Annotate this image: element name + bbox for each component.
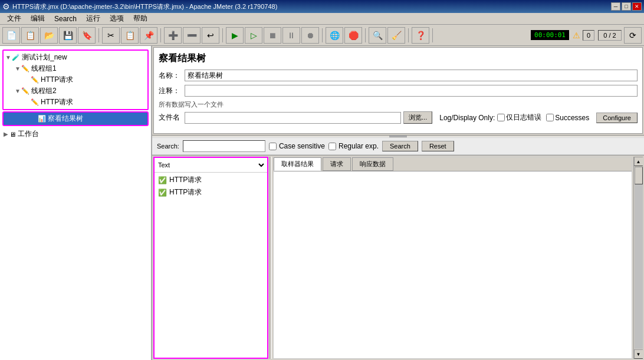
content-area: 察看结果树 名称： 注释： 所有数据写入一个文件 文件名 浏览... Log/D…	[153, 47, 643, 134]
tree-thread2-label: 线程组2	[31, 86, 57, 96]
errors-only-check-label: 仅日志错误	[497, 113, 541, 123]
expand-button[interactable]: ➕	[164, 27, 182, 44]
log-display-label: Log/Display Only:	[439, 114, 495, 122]
timer-display: 00:00:01	[531, 30, 569, 40]
http-icon: ✏️	[31, 76, 39, 84]
list-item-0[interactable]: ✅ HTTP请求	[156, 174, 266, 186]
toolbar: 📄 📋 📂 💾 🔖 ✂ 📋 📌 ➕ ➖ ↩ ▶ ▷ ⏹ ⏸ ⏺ 🌐 🛑 🔍 🧹 …	[0, 25, 644, 46]
reset-button[interactable]: Reset	[422, 141, 454, 151]
menu-help[interactable]: 帮助	[129, 12, 152, 25]
result-tabs: 取样器结果 请求 响应数据	[274, 157, 632, 171]
tree-http1-label: HTTP请求	[41, 75, 73, 85]
configure-button[interactable]: Configure	[596, 113, 638, 123]
main-layout: ▼ 🧪 测试计划_new ▼ ✏️ 线程组1 ✏️ HTTP请求 ▼ ✏️ 线程…	[0, 46, 644, 360]
menu-file[interactable]: 文件	[2, 12, 26, 25]
stop-button[interactable]: ⏹	[264, 27, 281, 44]
toolbar-separator-1	[98, 28, 99, 42]
file-section: 所有数据写入一个文件 文件名 浏览... Log/Display Only: 仅…	[159, 100, 638, 124]
case-sensitive-checkbox[interactable]	[269, 143, 277, 150]
regex-label: Regular exp.	[328, 142, 379, 150]
menu-run[interactable]: 运行	[81, 12, 105, 25]
toolbar-separator-2	[160, 28, 161, 42]
expand-icon-2: ▼	[14, 65, 21, 72]
search-icon-btn[interactable]: 🔍	[369, 27, 386, 44]
paste-button[interactable]: 📌	[140, 27, 157, 44]
scroll-track	[635, 167, 643, 349]
scroll-thumb[interactable]	[635, 167, 643, 184]
tree-item-result-tree[interactable]: 📊 察看结果树	[2, 111, 149, 126]
name-label: 名称：	[159, 71, 182, 81]
save-service-button[interactable]: 🔖	[78, 27, 96, 44]
search-row: Search: Case sensitive Regular exp. Sear…	[152, 137, 644, 155]
successes-check-label: Successes	[546, 114, 589, 122]
regex-checkbox[interactable]	[328, 143, 336, 150]
toolbar-separator-7	[432, 28, 433, 42]
cut-button[interactable]: ✂	[102, 27, 120, 44]
list-items: ✅ HTTP请求 ✅ HTTP请求	[155, 173, 267, 358]
workspace-icon: 🖥	[9, 131, 16, 138]
right-scrollbar[interactable]: ▲ ▼	[633, 157, 643, 359]
tree-item-root[interactable]: ▼ 🧪 测试计划_new	[5, 52, 146, 63]
new-button[interactable]: 📄	[2, 27, 20, 44]
tree-thread1-label: 线程组1	[31, 64, 57, 74]
tree-item-http2[interactable]: ✏️ HTTP请求	[5, 97, 146, 108]
file-input[interactable]	[185, 112, 401, 124]
section-title: 察看结果树	[159, 52, 638, 65]
http2-icon: ✏️	[31, 98, 39, 106]
scroll-button[interactable]: ⟳	[624, 27, 642, 44]
tree-item-workspace[interactable]: ▶ 🖥 工作台	[2, 128, 149, 140]
search-button[interactable]: Search	[382, 141, 418, 151]
scroll-up-button[interactable]: ▲	[634, 157, 643, 166]
open-button[interactable]: 📂	[40, 27, 58, 44]
warning-icon: ⚠	[573, 31, 580, 40]
scroll-down-button[interactable]: ▼	[634, 349, 643, 359]
template-button[interactable]: 📋	[21, 27, 39, 44]
toolbar-separator-6	[408, 28, 409, 42]
clear-button[interactable]: 🧹	[387, 27, 405, 44]
tree-result-label: 察看结果树	[48, 114, 83, 124]
remote-stop-button[interactable]: 🛑	[344, 27, 362, 44]
help-button[interactable]: ❓	[412, 27, 429, 44]
menu-edit[interactable]: 编辑	[26, 12, 50, 25]
app-icon: ⚙	[2, 2, 10, 11]
tree-http2-label: HTTP请求	[41, 97, 73, 107]
copy-button[interactable]: 📋	[121, 27, 139, 44]
tree-item-thread2[interactable]: ▼ ✏️ 线程组2	[5, 85, 146, 97]
result-panel: 取样器结果 请求 响应数据	[273, 157, 632, 359]
view-select[interactable]: Text HTML JSON XML	[156, 159, 266, 171]
shutdown-button[interactable]: ⏺	[301, 27, 319, 44]
tab-sampler-result[interactable]: 取样器结果	[274, 157, 321, 171]
vertical-divider[interactable]	[270, 157, 272, 359]
right-panel: 察看结果树 名称： 注释： 所有数据写入一个文件 文件名 浏览... Log/D…	[152, 46, 644, 360]
collapse-button[interactable]: ➖	[183, 27, 201, 44]
menu-bar: 文件 编辑 Search 运行 选项 帮助	[0, 13, 644, 25]
comment-row: 注释：	[159, 85, 638, 97]
run-button[interactable]: ▶	[226, 27, 244, 44]
search-label: Search:	[157, 143, 179, 150]
close-button[interactable]: ✕	[632, 2, 642, 11]
successes-checkbox[interactable]	[546, 114, 554, 121]
run-thread-button[interactable]: ▷	[245, 27, 262, 44]
title-bar: ⚙ HTTPS请求.jmx (D:\apache-jmeter-3.2\bin\…	[0, 0, 644, 13]
tree-item-http1[interactable]: ✏️ HTTP请求	[5, 74, 146, 85]
tab-request[interactable]: 请求	[323, 157, 351, 171]
stop-now-button[interactable]: ⏸	[282, 27, 300, 44]
tab-response-data[interactable]: 响应数据	[352, 157, 393, 171]
menu-options[interactable]: 选项	[105, 12, 129, 25]
browse-button[interactable]: 浏览...	[403, 111, 432, 124]
search-input[interactable]	[183, 140, 265, 152]
errors-only-checkbox[interactable]	[497, 114, 505, 121]
comment-input[interactable]	[185, 85, 638, 97]
toolbar-separator-3	[222, 28, 223, 42]
remote-button[interactable]: 🌐	[326, 27, 343, 44]
tree-item-thread1[interactable]: ▼ ✏️ 线程组1	[5, 63, 146, 74]
toggle-button[interactable]: ↩	[202, 27, 219, 44]
minimize-button[interactable]: ─	[611, 2, 620, 11]
maximize-button[interactable]: □	[622, 2, 631, 11]
list-item-label-0: HTTP请求	[169, 175, 202, 185]
name-row: 名称：	[159, 70, 638, 81]
name-input[interactable]	[185, 70, 638, 81]
menu-search[interactable]: Search	[50, 14, 81, 24]
list-item-1[interactable]: ✅ HTTP请求	[156, 186, 266, 199]
save-button[interactable]: 💾	[59, 27, 77, 44]
